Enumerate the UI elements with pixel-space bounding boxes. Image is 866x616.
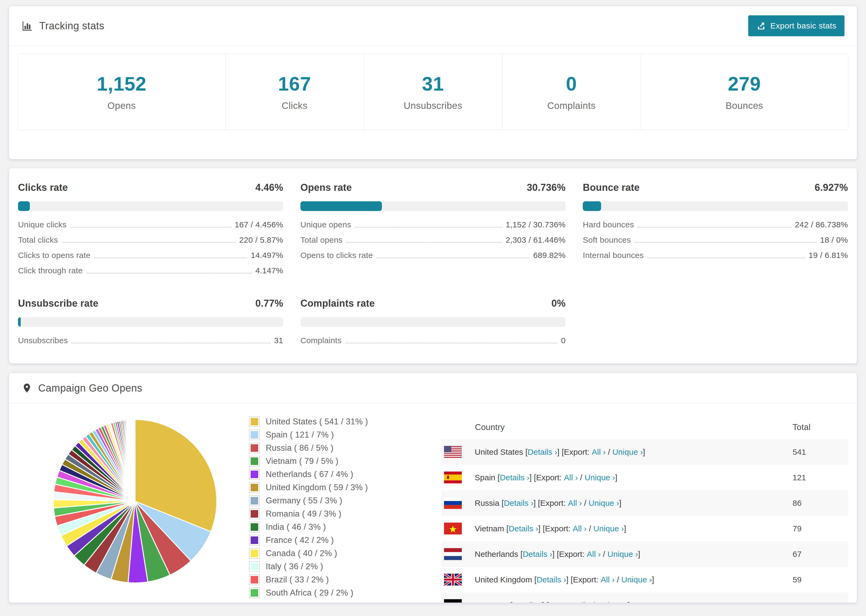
rate-progress-track: [18, 201, 283, 211]
country-cell: United States [Details ›] [Export: All ›…: [441, 446, 793, 458]
bracket-close: ]: [652, 575, 654, 584]
export-unique-link[interactable]: Unique ›: [597, 601, 627, 603]
export-text: ] [Export:: [538, 524, 573, 533]
legend-label: India ( 46 / 3% ): [266, 522, 326, 532]
export-all-link[interactable]: All ›: [568, 498, 582, 508]
details-link[interactable]: Details ›: [504, 498, 533, 508]
country-column-header: Country: [441, 423, 793, 432]
export-basic-stats-button[interactable]: Export basic stats: [748, 15, 844, 36]
rate-detail-row: Clicks to opens rate14.497%: [18, 251, 283, 259]
rate-detail-row: Complaints0: [301, 336, 565, 344]
legend-swatch: [249, 574, 260, 585]
legend-item: Germany ( 55 / 3% ): [249, 495, 441, 506]
legend-label: Brazil ( 33 / 2% ): [266, 575, 329, 585]
export-text: ] [Export:: [533, 498, 568, 508]
legend-swatch: [249, 495, 260, 506]
legend-swatch: [249, 456, 260, 467]
stat-value: 167: [278, 73, 311, 95]
total-cell: 86: [793, 498, 848, 508]
legend-label: Germany ( 55 / 3% ): [266, 496, 342, 506]
details-link[interactable]: Details ›: [509, 524, 538, 533]
dotted-leader: [635, 242, 816, 243]
slash-separator: /: [587, 524, 593, 533]
geo-header: Campaign Geo Opens: [9, 373, 857, 403]
stats-summary-row: 1,152Opens167Clicks31Unsubscribes0Compla…: [18, 54, 848, 130]
total-cell: 541: [793, 448, 848, 457]
rates-card: Clicks rate4.46%Unique clicks167 / 4.456…: [9, 168, 857, 364]
stat-value: 1,152: [97, 73, 146, 95]
legend-swatch: [249, 548, 260, 559]
export-all-link[interactable]: All ›: [592, 448, 606, 457]
export-unique-link[interactable]: Unique ›: [612, 448, 643, 457]
dotted-leader: [346, 242, 502, 243]
export-unique-link[interactable]: Unique ›: [608, 550, 638, 559]
tracking-stats-title: Tracking stats: [22, 20, 104, 32]
flag-de-icon: [444, 599, 462, 603]
legend-swatch: [249, 482, 260, 493]
geo-opens-pie-chart: [52, 418, 218, 584]
flag-us-icon: [444, 446, 462, 458]
legend-swatch: [249, 469, 260, 480]
legend-item: India ( 46 / 3% ): [249, 522, 441, 533]
bracket-close: ]: [619, 498, 621, 508]
details-link[interactable]: Details ›: [537, 575, 566, 584]
flag-es-icon: [444, 471, 462, 484]
slash-separator: /: [606, 448, 612, 457]
rate-detail-label: Total opens: [301, 236, 343, 244]
slash-separator: /: [582, 498, 589, 508]
export-all-link[interactable]: All ›: [576, 601, 590, 603]
country-cell: Vietnam [Details ›] [Export: All › / Uni…: [441, 522, 793, 534]
rate-detail-value: 220 / 5.87%: [239, 236, 283, 244]
export-all-link[interactable]: All ›: [573, 524, 587, 533]
legend-swatch: [249, 429, 260, 440]
details-link[interactable]: Details ›: [500, 473, 529, 482]
dotted-leader: [345, 343, 557, 344]
export-all-link[interactable]: All ›: [601, 575, 615, 584]
rate-progress-track: [301, 201, 565, 211]
geo-title-text: Campaign Geo Opens: [38, 382, 142, 394]
rate-detail-value: 2,303 / 61.446%: [505, 236, 565, 244]
legend-label: United States ( 541 / 31% ): [266, 417, 368, 426]
export-unique-link[interactable]: Unique ›: [589, 498, 619, 508]
flag-gb-icon: [444, 574, 462, 586]
export-all-link[interactable]: All ›: [564, 473, 578, 482]
rate-progress-track: [301, 317, 565, 327]
rate-detail-list: Complaints0: [301, 336, 565, 344]
rate-detail-value: 0: [561, 336, 565, 344]
rate-detail-row: Total clicks220 / 5.87%: [18, 236, 283, 244]
rate-detail-label: Clicks to opens rate: [18, 251, 90, 259]
rate-detail-row: Soft bounces18 / 0%: [583, 236, 848, 244]
geo-table: Country Total United States [Details ›] …: [441, 415, 848, 603]
details-link[interactable]: Details ›: [527, 448, 557, 457]
export-unique-link[interactable]: Unique ›: [593, 524, 624, 533]
bracket-close: ]: [643, 448, 645, 457]
stat-value: 0: [566, 73, 577, 95]
legend-item: United States ( 541 / 31% ): [249, 416, 441, 427]
rate-detail-row: Internal bounces19 / 6.81%: [583, 251, 848, 259]
country-cell: Russia [Details ›] [Export: All › / Uniq…: [441, 497, 793, 509]
legend-item: South Africa ( 29 / 2% ): [249, 588, 441, 598]
details-link[interactable]: Details ›: [523, 550, 552, 559]
export-all-link[interactable]: All ›: [587, 550, 601, 559]
stat-cell-bounces: 279Bounces: [641, 54, 848, 130]
geo-table-row: United Kingdom [Details ›] [Export: All …: [441, 567, 848, 592]
stat-value: 279: [728, 73, 761, 95]
stat-value: 31: [422, 73, 444, 95]
dashboard-page: Tracking stats Export basic stats 1,152O…: [0, 6, 866, 616]
legend-item: United Kingdom ( 59 / 3% ): [249, 482, 441, 493]
details-link[interactable]: Details ›: [512, 601, 542, 603]
rate-detail-row: Unique opens1,152 / 30.736%: [301, 221, 565, 229]
legend-item: Romania ( 49 / 3% ): [249, 509, 441, 519]
geo-table-row: Spain [Details ›] [Export: All › / Uniqu…: [441, 465, 848, 490]
country-name: Russia [: [475, 498, 504, 508]
rate-section-bounce-rate: Bounce rate6.927%Hard bounces242 / 86.73…: [583, 182, 848, 275]
country-name: Germany [: [475, 601, 512, 603]
export-unique-link[interactable]: Unique ›: [585, 473, 615, 482]
total-cell: 121: [793, 473, 848, 482]
bracket-close: ]: [638, 550, 640, 559]
rate-detail-label: Soft bounces: [583, 236, 631, 244]
rate-section-opens-rate: Opens rate30.736%Unique opens1,152 / 30.…: [301, 182, 565, 275]
flag-vn-icon: [444, 522, 462, 534]
geo-table-header: Country Total: [441, 415, 848, 439]
export-unique-link[interactable]: Unique ›: [621, 575, 652, 584]
